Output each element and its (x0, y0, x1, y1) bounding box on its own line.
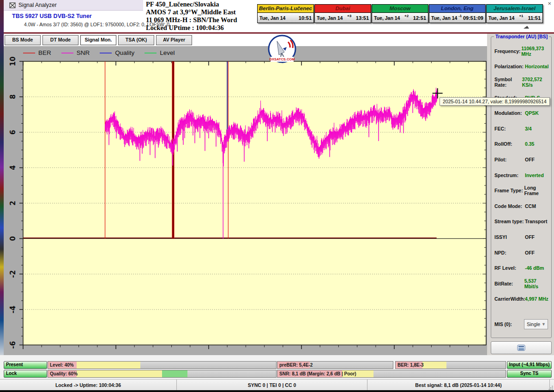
statusbar-section-1: SYNC 0 | TEI 0 | CC 0 (177, 380, 367, 391)
param-value: 3/4 (525, 126, 532, 131)
param-value: Long Frame (524, 185, 551, 196)
legend-quality: Quality (100, 49, 134, 56)
param-label: Code Mode: (494, 203, 525, 209)
clock-time: 09:51:09 (463, 15, 483, 21)
window-grip-icon (523, 24, 530, 29)
monitor-bar: preBER: 5,4E-2 (277, 361, 393, 369)
bar-label: SNR: 8,1 dB (Margin: 2,6 dB | Poor) (279, 370, 356, 377)
transponder-row: NPD:OFF (491, 245, 551, 261)
param-label: Stream type: (494, 219, 525, 224)
param-label: Modulation: (494, 110, 525, 116)
param-label: NPD: (494, 250, 525, 255)
clock-body: Tue, Jan 14+111:51 (487, 13, 542, 23)
legend-label: SNR (77, 49, 90, 56)
clock-utc-offset: +1 (514, 14, 528, 18)
world-clocks: Berlin-Paris-LučenecTue, Jan 1410:51Duba… (257, 4, 543, 23)
bar-label: Level: 40% (50, 362, 74, 368)
transponder-row: Pilot:OFF (491, 152, 551, 167)
param-label: ISSYI (494, 234, 525, 240)
svg-text:10: 10 (9, 57, 17, 66)
transponder-groupbox: Transponder (AU) [BS] Frequency:11069,37… (491, 36, 552, 338)
statusbar-section-2: Best signal: 8,1 dB (2025-01-14 10:44) (367, 380, 550, 391)
window-titlebar: Signal Analyzer (4, 0, 143, 11)
site-header-line: Locked UPtime : 100:04:36 (146, 24, 261, 32)
bar-seg-green (162, 370, 187, 377)
param-label: Pilot: (494, 157, 525, 162)
clock-city: Berlin-Paris-Lučenec (258, 5, 313, 13)
svg-text:0: 0 (9, 236, 17, 241)
transponder-row: FEC:3/4 (491, 121, 551, 137)
status-pill: Present (4, 361, 47, 369)
tab-dt-mode[interactable]: DT Mode (42, 35, 78, 45)
param-label: Polarization: (494, 64, 525, 69)
close-icon[interactable]: × (548, 0, 551, 7)
tab-bs-mode[interactable]: BS Mode (5, 35, 41, 45)
param-value: QPSK (525, 110, 539, 116)
mis-value: Single (527, 321, 540, 327)
param-value: 4,997 MHz (525, 296, 548, 302)
clock-time: 10:51 (299, 15, 312, 21)
clock-city: Dubai (315, 5, 371, 13)
monitor-bar: SNR: 8,1 dB (Margin: 2,6 dB | Poor) (277, 370, 506, 378)
clock-utc-offset: +3 (343, 14, 355, 18)
status-bar: Locked -> Uptime: 100:04:36SYNC 0 | TEI … (0, 379, 554, 391)
transponder-row: Symbol Rate:3702,572 KS/s (491, 74, 551, 90)
clock-date: Tue, Jan 14 (488, 15, 514, 21)
svg-text:2: 2 (9, 201, 17, 205)
tab-tsa-ok-[interactable]: TSA (OK) (118, 35, 154, 45)
clock-city: Jerusalem-Israel (487, 5, 542, 13)
status-pill-right: Input (~4,91 Mbps) (507, 361, 552, 369)
signal-chart-panel[interactable]: 1086420-2-4-6 BERSNRQualityLevel (4, 46, 487, 355)
svg-text:4: 4 (9, 165, 17, 170)
transponder-row: Frame Type:Long Frame (491, 183, 551, 198)
resize-grip[interactable] (548, 386, 553, 390)
svg-text:8: 8 (9, 95, 17, 99)
transponder-row: ISSYIOFF (491, 229, 551, 245)
app-icon (9, 2, 16, 8)
chart-legend: BERSNRQualityLevel (23, 49, 185, 56)
legend-ber: BER (23, 49, 51, 56)
clock-time: 11:51 (528, 15, 541, 21)
legend-line-swatch (23, 53, 35, 53)
transponder-row: Frequency:11069,373 MHz (491, 43, 551, 59)
param-label: Symbol Rate: (494, 77, 522, 88)
right-panel: Transponder (AU) [BS] Frequency:11069,37… (487, 34, 554, 392)
tab-av-player[interactable]: AV Player (156, 35, 192, 45)
window-title: Signal Analyzer (18, 2, 57, 8)
status-pill: Lock (4, 370, 47, 378)
legend-line-swatch (145, 53, 157, 53)
signal-chart[interactable]: 1086420-2-4-6 (4, 46, 487, 355)
svg-text:6: 6 (9, 130, 17, 135)
bar-seg-yellow (77, 362, 140, 368)
param-value: 11069,373 MHz (521, 46, 551, 57)
clock-time: 12:51 (413, 15, 426, 21)
clock-city: Moscow (372, 5, 428, 13)
clock-body: Tue, Jan 14+212:51 (372, 13, 428, 23)
snapshot-button[interactable] (491, 341, 552, 354)
tab-signal-mon-[interactable]: Signal Mon. (80, 35, 116, 45)
legend-label: BER (38, 49, 51, 56)
bar-label: Quality: 60% (50, 370, 78, 377)
mis-dropdown[interactable]: Single ▼ (524, 319, 548, 329)
param-value: Inverted (525, 172, 544, 178)
transponder-row: RF Level:-46 dBm (491, 260, 551, 276)
param-label: RollOff: (494, 141, 525, 147)
param-value: 5,537 Mbit/s (524, 278, 551, 289)
clock-date: Tue, Jan 14 (317, 15, 343, 21)
param-label: BitRate: (494, 281, 524, 286)
site-header-line: AMOS 7 at 3,9°W_Middle East (146, 8, 261, 16)
param-value: OFF (525, 234, 535, 240)
legend-line-swatch (61, 53, 73, 53)
transponder-row: Stream type:Transport (491, 214, 551, 230)
mis-row: MIS (0): Single ▼ (494, 319, 548, 329)
monitor-bars: PresentLevel: 40%preBER: 5,4E-2BER: 1,8E… (0, 355, 554, 379)
param-value: Transport (525, 219, 547, 224)
chevron-down-icon: ▼ (542, 322, 546, 327)
transponder-row: Modulation:QPSK (491, 105, 551, 121)
param-label: Frequency: (494, 48, 521, 54)
transponder-row: CarrierWidth:4,997 MHz (491, 291, 551, 307)
clock-body: Tue, Jan 14-109:51:09 (429, 13, 485, 23)
clock-2: MoscowTue, Jan 14+212:51 (372, 4, 428, 23)
param-value: OFF (525, 157, 535, 162)
svg-text:DXSATCS.COM: DXSATCS.COM (270, 57, 295, 61)
